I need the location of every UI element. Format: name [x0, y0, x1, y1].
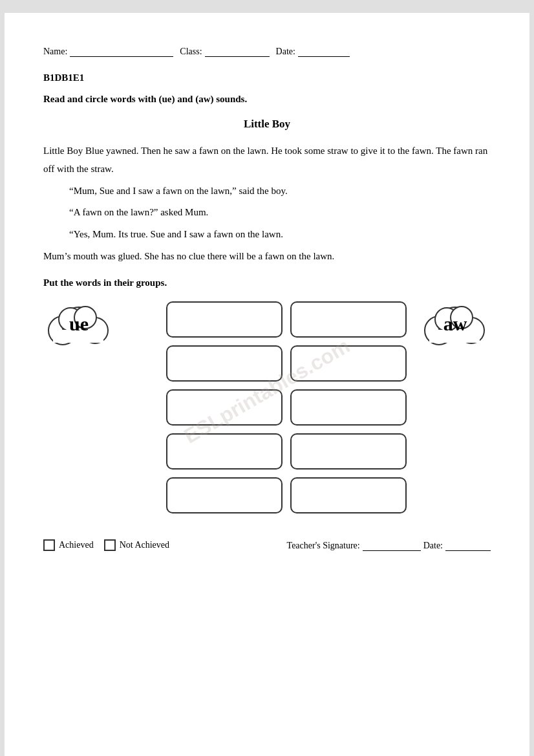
signature-label: Teacher's Signature:	[287, 541, 360, 551]
story-para-4: “Yes, Mum. Its true. Sue and I saw a faw…	[69, 226, 491, 244]
name-line[interactable]	[70, 45, 173, 57]
name-label: Name:	[43, 47, 67, 57]
class-line[interactable]	[205, 45, 270, 57]
not-achieved-label: Not Achieved	[120, 540, 169, 550]
cloud-aw: aw	[420, 301, 491, 347]
word-box-2[interactable]	[290, 301, 407, 338]
not-achieved-checkbox[interactable]	[104, 539, 116, 551]
name-field: Name:	[43, 45, 173, 57]
date-label: Date:	[276, 47, 295, 57]
word-box-7[interactable]	[166, 433, 283, 470]
footer-date-label: Date:	[423, 541, 443, 551]
worksheet-page: ESLprintables.com Name: Class: Date: B1D…	[5, 13, 529, 756]
story-body: Little Boy Blue yawned. Then he saw a fa…	[43, 142, 491, 266]
word-box-6[interactable]	[290, 389, 407, 426]
story-para-2: “Mum, Sue and I saw a fawn on the lawn,”…	[69, 182, 491, 200]
word-box-1[interactable]	[166, 301, 283, 338]
signature-area: Teacher's Signature: Date:	[287, 539, 491, 551]
class-field: Class:	[180, 45, 269, 57]
footer: Achieved Not Achieved Teacher's Signatur…	[43, 533, 491, 551]
worksheet-code: B1DB1E1	[43, 72, 491, 83]
date-line[interactable]	[298, 45, 350, 57]
story-para-5: Mum’s mouth was glued. She has no clue t…	[43, 248, 491, 266]
word-box-4[interactable]	[290, 345, 407, 382]
date-field: Date:	[276, 45, 350, 57]
achieved-checkbox-item: Achieved	[43, 539, 94, 551]
word-box-5[interactable]	[166, 389, 283, 426]
section2-label: Put the words in their groups.	[43, 277, 491, 288]
cloud-aw-text: aw	[443, 313, 467, 335]
word-box-10[interactable]	[290, 477, 407, 513]
achieved-label: Achieved	[59, 540, 94, 550]
footer-date-line[interactable]	[445, 539, 491, 551]
word-groups-container: ue aw	[43, 301, 491, 513]
main-instruction: Read and circle words with (ue) and (aw)…	[43, 94, 491, 105]
story-para-1: Little Boy Blue yawned. Then he saw a fa…	[43, 142, 491, 178]
word-box-8[interactable]	[290, 433, 407, 470]
story-title: Little Boy	[43, 118, 491, 131]
cloud-ue-text: ue	[69, 313, 89, 335]
cloud-aw-shape: aw	[420, 301, 491, 347]
signature-line[interactable]	[363, 539, 421, 551]
story-para-3: “A fawn on the lawn?” asked Mum.	[69, 204, 491, 222]
class-label: Class:	[180, 47, 202, 57]
word-box-3[interactable]	[166, 345, 283, 382]
header: Name: Class: Date:	[43, 45, 491, 57]
word-grid	[166, 301, 407, 513]
word-box-9[interactable]	[166, 477, 283, 513]
achieved-checkbox[interactable]	[43, 539, 55, 551]
cloud-ue: ue	[43, 301, 114, 347]
not-achieved-checkbox-item: Not Achieved	[104, 539, 169, 551]
cloud-ue-shape: ue	[43, 301, 114, 347]
